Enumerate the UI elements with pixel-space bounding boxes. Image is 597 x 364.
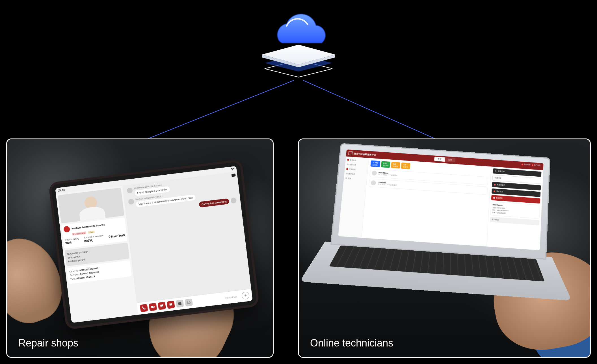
order-service-label: Services: [70,273,79,277]
card-caption-right: Online technicians [310,337,393,349]
dashboard-main: 1,283已完成 235进行中 38待处理 15待支付 maomaora 11:… [362,158,491,246]
header-link-notifications[interactable]: 消息通知 [522,163,531,166]
cloud-illustration [245,8,352,86]
nav-item[interactable]: 统计信息 [346,172,365,176]
minimize-icon[interactable] [232,174,236,177]
search-icon [495,170,497,172]
stat-completed[interactable]: 1,283已完成 [370,160,380,167]
tag-programming: Programming [72,231,86,236]
customer-mini-card: maomaora 车型：BMW 320i VIN：WBA8E********* … [490,201,540,219]
shop-location: New York [111,233,125,238]
shop-logo [63,226,70,233]
plus-icon[interactable]: + [241,291,250,300]
avatar-icon [371,180,376,186]
avatar-icon [127,187,133,194]
tab-home[interactable]: 首页 [434,157,445,162]
svg-line-1 [303,80,441,141]
app-title: 富士伟业诊断服务平台 [354,152,376,157]
chat-icon[interactable] [167,301,175,309]
online-technicians-card: 富士伟业诊断服务平台 首页 订单 消息通知 账户信息 首页总览 [298,138,591,358]
app-logo-icon [348,151,352,155]
phone-icon[interactable] [140,304,148,312]
shop-name: Heshun Automobile Service [71,223,105,230]
video-call-preview[interactable] [58,188,124,224]
diagnostic-tablet: 09:43 [48,159,260,330]
wifi-icon [231,167,234,171]
dashboard-right-panel: 搜索订单 快捷回复 常用回复语 客户信息 快捷回复 maomaora 车型：BM… [486,166,543,250]
dashboard-app: 富士伟业诊断服务平台 首页 订单 消息通知 账户信息 首页总览 [338,150,543,250]
svg-point-7 [187,301,191,304]
image-icon[interactable] [176,300,184,308]
emoji-icon[interactable] [185,298,193,307]
svg-line-0 [141,80,294,141]
nav-item[interactable]: 订单列表 [346,168,366,172]
avatar-icon [230,197,237,203]
card-caption-left: Repair shops [18,337,78,349]
tag-other: other [88,230,95,234]
tablet-clock: 09:43 [58,188,65,192]
stat-unpaid[interactable]: 15待支付 [401,162,410,169]
nav-item[interactable]: 首页总览 [347,159,367,162]
svg-point-9 [189,302,190,302]
chat-reply: Convenient answering [199,198,230,208]
avatar-icon [371,170,377,176]
video-icon[interactable] [149,303,157,311]
chat-area: Heshun Automobile Service I have accepte… [122,172,251,303]
nav-item[interactable]: 当前订单 [347,163,367,167]
technician-laptop: 富士伟业诊断服务平台 首页 订单 消息通知 账户信息 首页总览 [325,143,550,314]
nav-item[interactable]: 设置 [345,177,365,181]
desktop-share-icon[interactable] [158,302,166,310]
hangup-button[interactable] [86,210,98,218]
pin-icon [108,235,111,238]
svg-point-8 [188,302,189,303]
repair-shops-card: 09:43 [6,138,274,358]
hold-hint: Hold down [225,295,237,299]
tab-orders[interactable]: 订单 [445,157,455,162]
avatar-icon [128,199,134,205]
header-link-account[interactable]: 账户信息 [532,164,541,167]
stat-in-progress[interactable]: 235进行中 [381,161,390,168]
mini-name: maomaora [492,203,502,206]
order-time-label: Time: [70,278,76,281]
header-tabs[interactable]: 首页 订单 [434,157,455,162]
stat-pending[interactable]: 38待处理 [391,162,400,168]
